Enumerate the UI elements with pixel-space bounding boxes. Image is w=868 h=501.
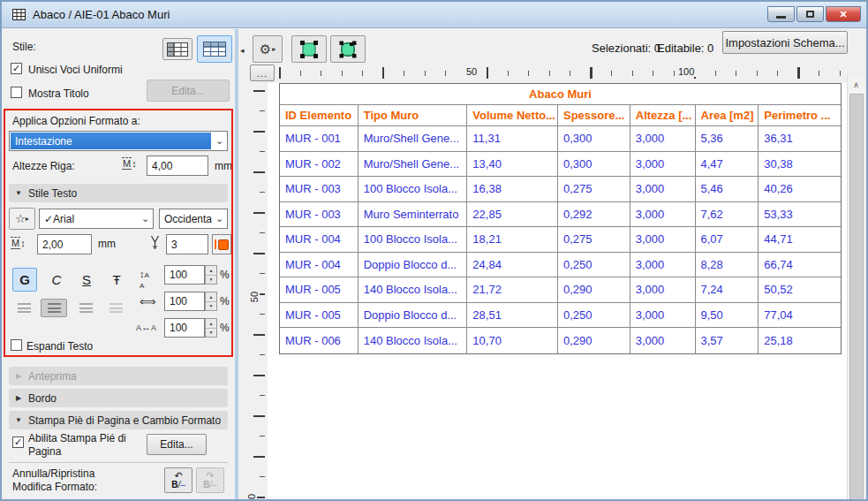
strikethrough-button[interactable]: Ŧ [104, 268, 129, 292]
table-cell[interactable]: 24,84 [467, 253, 558, 278]
table-cell[interactable]: MUR - 006 [280, 328, 359, 353]
table-cell[interactable]: 3,000 [630, 126, 696, 152]
table-cell[interactable]: 0,290 [558, 328, 630, 353]
table-row[interactable]: MUR - 004100 Blocco Isola...18,210,2753,… [280, 227, 841, 253]
table-cell[interactable]: Muro/Shell Gene... [359, 152, 468, 178]
table-cell[interactable]: 50,52 [759, 277, 841, 303]
table-cell[interactable]: MUR - 005 [280, 303, 359, 329]
table-cell[interactable]: 0,300 [558, 152, 630, 178]
table-cell[interactable]: 10,70 [467, 328, 558, 353]
table-cell[interactable]: 0,250 [558, 303, 630, 329]
table-cell[interactable]: 0,250 [558, 253, 630, 278]
table-cell[interactable]: 3,000 [630, 152, 696, 178]
spacing-factor-stepper[interactable]: ▲▼ [205, 318, 217, 338]
table-cell[interactable]: 5,36 [696, 126, 759, 152]
table-cell[interactable]: 100 Blocco Isola... [359, 177, 468, 202]
table-cell[interactable]: 5,46 [696, 177, 759, 202]
table-cell[interactable]: MUR - 004 [280, 227, 359, 253]
scrollbar-thumb[interactable] [849, 94, 864, 501]
table-cell[interactable]: 40,26 [759, 177, 841, 202]
table-cell[interactable]: 0,275 [558, 227, 630, 253]
style-header-row-button[interactable] [197, 35, 232, 63]
line-spacing-stepper[interactable]: ▲▼ [205, 265, 217, 285]
table-cell[interactable]: 36,31 [759, 126, 841, 152]
redo-format-button[interactable]: ↷ B/– [196, 467, 224, 493]
collapse-panel-icon[interactable]: ◂ [240, 46, 245, 55]
table-cell[interactable]: 6,07 [696, 227, 759, 253]
table-row[interactable]: MUR - 002Muro/Shell Gene...13,400,3003,0… [280, 152, 841, 178]
bordo-section-header[interactable]: ▶ Bordo [9, 389, 228, 407]
mostra-titolo-checkbox[interactable] [11, 87, 22, 98]
table-cell[interactable]: MUR - 004 [280, 253, 359, 278]
table-cell[interactable]: 9,50 [696, 303, 759, 329]
pen-number-input[interactable]: 3 [166, 234, 208, 254]
restore-button[interactable] [796, 6, 824, 22]
schedule-title[interactable]: Abaco Muri [280, 84, 841, 105]
panel-divider[interactable] [235, 29, 238, 501]
table-cell[interactable]: 28,51 [467, 303, 558, 329]
unisci-checkbox[interactable]: ✓ [11, 63, 22, 74]
table-cell[interactable]: 0,300 [558, 126, 630, 152]
script-combo[interactable]: Occidentale ⌄ [159, 209, 228, 229]
table-cell[interactable]: Doppio Blocco d... [359, 303, 468, 329]
table-cell[interactable]: 16,38 [467, 177, 558, 202]
impostazioni-schema-button[interactable]: Impostazioni Schema... [722, 31, 848, 54]
table-cell[interactable]: 44,71 [759, 227, 841, 253]
stile-testo-section-header[interactable]: ▼ Stile Testo [9, 184, 228, 202]
table-row[interactable]: MUR - 004Doppio Blocco d...24,840,2503,0… [280, 253, 841, 278]
close-button[interactable]: ✕ [826, 6, 861, 22]
table-cell[interactable]: 3,000 [630, 202, 696, 228]
abilita-stampa-checkbox[interactable]: ✓ [12, 436, 24, 448]
table-cell[interactable]: 22,85 [467, 202, 558, 228]
table-cell[interactable]: Muro Seminterrato [359, 202, 468, 228]
header-cell[interactable]: Tipo Muro [359, 105, 468, 126]
minimize-button[interactable] [767, 6, 795, 22]
table-row[interactable]: MUR - 006140 Blocco Isola...10,700,2903,… [280, 328, 841, 353]
espandi-testo-checkbox[interactable] [11, 339, 22, 351]
table-cell[interactable]: 3,000 [630, 253, 696, 278]
table-cell[interactable]: MUR - 002 [280, 152, 359, 178]
underline-button[interactable]: S [74, 268, 99, 292]
style-header-column-button[interactable] [162, 38, 192, 60]
bold-button[interactable]: G [12, 268, 37, 292]
table-row[interactable]: MUR - 001Muro/Shell Gene...11,310,3003,0… [280, 126, 841, 152]
table-cell[interactable]: 21,72 [467, 277, 558, 303]
table-cell[interactable]: 18,21 [467, 227, 558, 253]
table-cell[interactable]: 13,40 [467, 152, 558, 178]
table-cell[interactable]: 53,33 [759, 202, 841, 228]
favorites-star-button[interactable]: ☆ ▸ [9, 208, 35, 230]
table-cell[interactable]: 8,28 [696, 253, 759, 278]
table-cell[interactable]: 100 Blocco Isola... [359, 227, 468, 253]
table-row[interactable]: MUR - 005140 Blocco Isola...21,720,2903,… [280, 277, 841, 303]
table-row[interactable]: MUR - 005Doppio Blocco d...28,510,2503,0… [280, 303, 841, 329]
header-cell[interactable]: Altezza [... [630, 105, 696, 126]
table-cell[interactable]: 25,18 [759, 328, 841, 353]
vertical-scrollbar[interactable]: ∧ [847, 76, 864, 501]
table-row[interactable]: MUR - 003Muro Seminterrato22,850,2923,00… [280, 202, 841, 228]
align-center-button[interactable] [41, 299, 67, 317]
table-cell[interactable]: 3,000 [630, 227, 696, 253]
stampa-section-header[interactable]: ▼ Stampa Piè di Pagina e Cambio Formato [9, 411, 228, 429]
align-left-button[interactable] [12, 300, 35, 316]
table-cell[interactable]: 77,04 [759, 303, 841, 329]
settings-gear-button[interactable]: ⚙ ▸ [253, 35, 283, 63]
table-cell[interactable]: 140 Blocco Isola... [359, 328, 468, 353]
table-cell[interactable]: 11,31 [467, 126, 558, 152]
table-cell[interactable]: MUR - 003 [280, 177, 359, 202]
table-cell[interactable]: 0,290 [558, 277, 630, 303]
row-height-input[interactable]: 4,00 [147, 156, 208, 176]
italic-button[interactable]: C [44, 268, 69, 292]
table-cell[interactable]: 30,38 [759, 152, 841, 178]
table-cell[interactable]: 66,74 [759, 253, 841, 278]
table-cell[interactable]: MUR - 003 [280, 202, 359, 228]
undo-format-button[interactable]: ↶ B/– [164, 467, 192, 493]
scroll-up-button[interactable]: ∧ [848, 76, 864, 93]
edita-pie-button[interactable]: Edita... [147, 434, 207, 455]
ruler-corner-button[interactable]: ... [250, 65, 275, 81]
table-cell[interactable]: 3,000 [630, 303, 696, 329]
table-cell[interactable]: 0,292 [558, 202, 630, 228]
width-factor-input[interactable]: 100 [164, 292, 205, 311]
edita-titolo-button[interactable]: Edita... [147, 80, 230, 102]
format-target-combo[interactable]: Intestazione ⌄ [9, 131, 228, 151]
table-cell[interactable]: Doppio Blocco d... [359, 253, 468, 278]
